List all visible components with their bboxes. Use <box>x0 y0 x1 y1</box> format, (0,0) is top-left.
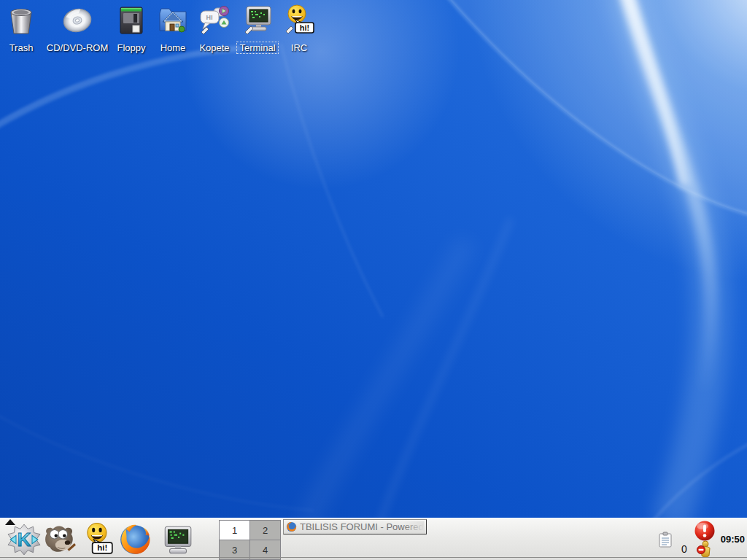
gimp-launcher-button[interactable] <box>42 522 76 557</box>
svg-text:K: K <box>18 529 31 551</box>
kde-desktop-screen: Trash CD/DVD-ROM <box>0 0 747 560</box>
task-title: TBILISIS FORUMI - Powered <box>300 521 424 532</box>
desktop-icon-label: IRC <box>288 42 310 54</box>
svg-text:HI: HI <box>206 14 213 21</box>
desktop-icon-irc[interactable]: hi! IRC <box>264 4 334 54</box>
firefox-launcher-button[interactable] <box>118 522 152 557</box>
kmenu-button[interactable]: K <box>7 522 41 557</box>
pager-desktop-3[interactable]: 3 <box>220 540 249 559</box>
panel-clock[interactable]: 09:50 <box>721 518 745 560</box>
kmenu-icon: K <box>7 523 41 556</box>
pager-desktop-4[interactable]: 4 <box>250 540 280 559</box>
konsole-launcher-button[interactable] <box>160 522 194 557</box>
irc-icon: hi! <box>264 4 334 39</box>
pager-desktop-2[interactable]: 2 <box>250 521 280 540</box>
desktop-pager: 1 2 3 4 <box>219 520 281 560</box>
smiley-hi-icon: hi! <box>82 523 115 556</box>
alert-exclamation-tray-icon[interactable] <box>694 520 716 542</box>
tray-count-badge: 0 <box>678 543 691 555</box>
gold-minus-tray-icon[interactable] <box>695 540 714 559</box>
svg-text:hi!: hi! <box>300 23 309 32</box>
firefox-task-icon <box>286 521 297 532</box>
firefox-icon <box>118 523 152 556</box>
gimp-icon <box>42 523 76 556</box>
kopete-smiley-launcher-button[interactable]: hi! <box>82 522 115 557</box>
konsole-icon <box>160 523 194 556</box>
desktop-icon-label: Trash <box>7 42 36 54</box>
pager-desktop-1[interactable]: 1 <box>220 521 249 540</box>
wallpaper-art <box>0 0 747 518</box>
taskbar-panel: K <box>0 518 747 560</box>
klipper-clipboard-tray-icon[interactable] <box>657 531 674 548</box>
svg-text:hi!: hi! <box>97 543 107 552</box>
task-button-tbilisis-forumi[interactable]: TBILISIS FORUMI - Powered <box>283 519 427 534</box>
wallpaper <box>0 0 747 518</box>
